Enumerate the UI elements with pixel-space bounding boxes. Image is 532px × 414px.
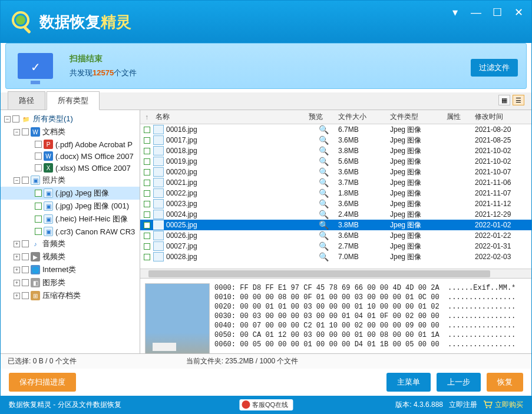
file-row[interactable]: 00025.jpg🔍3.8MBJpeg 图像2022-01-02 (140, 220, 531, 230)
row-checkbox[interactable] (140, 137, 153, 144)
col-size[interactable]: 文件大小 (338, 112, 390, 122)
file-row[interactable]: 00024.jpg🔍2.4MBJpeg 图像2021-12-29 (140, 209, 531, 220)
checkbox[interactable] (22, 177, 29, 184)
tree-graphic[interactable]: + ◧ 图形类 (1, 276, 140, 289)
row-checkbox[interactable] (140, 254, 153, 260)
checkbox[interactable] (22, 240, 29, 247)
row-checkbox[interactable] (140, 190, 153, 197)
preview-icon[interactable]: 🔍 (309, 220, 338, 230)
row-checkbox[interactable] (140, 211, 153, 218)
preview-icon[interactable]: 🔍 (309, 241, 338, 251)
tree-archive[interactable]: + ⊞ 压缩存档类 (1, 289, 140, 302)
preview-icon[interactable]: 🔍 (309, 210, 338, 219)
file-row[interactable]: 00026.jpg🔍3.6MBJpeg 图像2022-01-22 (140, 230, 531, 241)
file-row[interactable]: 00018.jpg🔍3.8MBJpeg 图像2021-10-02 (140, 145, 531, 156)
tree-jpg[interactable]: ▣ (.jpg) Jpeg 图像 (1, 187, 140, 200)
row-checkbox[interactable] (140, 233, 153, 239)
checkbox[interactable] (12, 115, 19, 122)
checkbox[interactable] (35, 228, 42, 235)
expand-icon[interactable]: + (14, 293, 20, 299)
file-row[interactable]: 00016.jpg🔍6.7MBJpeg 图像2021-08-20 (140, 124, 531, 135)
preview-icon[interactable]: 🔍 (309, 146, 338, 155)
grid-view-button[interactable]: ▦ (498, 95, 510, 105)
checkbox[interactable] (35, 190, 42, 197)
tree-images[interactable]: − ▣ 照片类 (1, 174, 140, 187)
checkbox[interactable] (22, 266, 29, 273)
preview-icon[interactable]: 🔍 (309, 188, 338, 198)
tree-pdf[interactable]: P (.pdf) Adobe Acrobat P (1, 138, 140, 150)
collapse-icon[interactable]: − (4, 116, 11, 122)
horizontal-scrollbar[interactable] (140, 269, 531, 278)
tab-alltypes[interactable]: 所有类型 (47, 91, 100, 110)
preview-icon[interactable]: 🔍 (309, 135, 338, 145)
col-type[interactable]: 文件类型 (390, 112, 447, 122)
dropdown-icon[interactable]: ▾ (449, 6, 461, 18)
collapse-icon[interactable]: − (14, 177, 20, 184)
tree-documents[interactable]: − W 文档类 (1, 125, 140, 138)
preview-icon[interactable]: 🔍 (309, 252, 338, 261)
row-checkbox[interactable] (140, 169, 153, 175)
row-checkbox[interactable] (140, 148, 153, 154)
mainmenu-button[interactable]: 主菜单 (386, 373, 431, 392)
expand-icon[interactable]: + (14, 241, 20, 247)
recover-button[interactable]: 恢复 (487, 373, 523, 392)
file-row[interactable]: 00020.jpg🔍3.6MBJpeg 图像2021-10-07 (140, 167, 531, 177)
tree-docx[interactable]: W (.docx) MS Office 2007 (1, 150, 140, 162)
tree-xlsx[interactable]: X (.xlsx) MS Office 2007 (1, 162, 140, 174)
scrollbar-thumb[interactable] (148, 270, 490, 277)
preview-icon[interactable]: 🔍 (309, 231, 338, 240)
tree-video[interactable]: + ▶ 视频类 (1, 250, 140, 263)
checkbox[interactable] (35, 141, 42, 148)
checkbox[interactable] (22, 279, 29, 286)
checkbox[interactable] (35, 153, 42, 160)
tree-heic[interactable]: ▣ (.heic) Heif-Heic 图像 (1, 213, 140, 226)
preview-icon[interactable]: 🔍 (309, 125, 338, 134)
row-checkbox[interactable] (140, 127, 153, 133)
preview-icon[interactable]: 🔍 (309, 157, 338, 166)
register-link[interactable]: 立即注册 (449, 400, 477, 410)
row-checkbox[interactable] (140, 158, 153, 165)
row-checkbox[interactable] (140, 222, 153, 228)
expand-icon[interactable]: + (14, 280, 20, 286)
collapse-icon[interactable]: − (14, 129, 20, 135)
tree-internet[interactable]: + 🌐 Internet类 (1, 263, 140, 276)
tab-path[interactable]: 路径 (8, 91, 45, 110)
row-checkbox[interactable] (140, 243, 153, 250)
tree-root[interactable]: − 📁 所有类型(1) (1, 112, 140, 125)
file-row[interactable]: 00028.jpg🔍7.0MBJpeg 图像2022-02-03 (140, 251, 531, 262)
checkbox[interactable] (22, 253, 29, 260)
file-row[interactable]: 00019.jpg🔍5.6MBJpeg 图像2021-10-02 (140, 156, 531, 167)
file-row[interactable]: 00017.jpg🔍3.6MBJpeg 图像2021-08-25 (140, 135, 531, 145)
filter-files-button[interactable]: 过滤文件 (471, 59, 518, 77)
tree-jpg001[interactable]: ▣ (.jpg) Jpeg 图像 (001) (1, 200, 140, 213)
preview-icon[interactable]: 🔍 (309, 167, 338, 177)
previous-button[interactable]: 上一步 (437, 373, 481, 392)
preview-icon[interactable]: 🔍 (309, 199, 338, 208)
file-list[interactable]: 00016.jpg🔍6.7MBJpeg 图像2021-08-2000017.jp… (140, 124, 531, 269)
maximize-button[interactable]: ☐ (491, 6, 503, 18)
row-checkbox[interactable] (140, 180, 153, 186)
file-row[interactable]: 00022.jpg🔍1.8MBJpeg 图像2021-11-07 (140, 188, 531, 198)
save-scan-button[interactable]: 保存扫描进度 (9, 373, 76, 392)
col-name[interactable]: 名称 (153, 112, 309, 122)
file-row[interactable]: 00021.jpg🔍3.7MBJpeg 图像2021-11-06 (140, 177, 531, 188)
checkbox[interactable] (35, 164, 42, 171)
checkbox[interactable] (22, 292, 29, 299)
minimize-button[interactable]: — (470, 6, 482, 18)
file-row[interactable]: 00027.jpg🔍2.7MBJpeg 图像2022-01-31 (140, 241, 531, 251)
preview-icon[interactable]: 🔍 (309, 178, 338, 187)
row-checkbox[interactable] (140, 201, 153, 207)
tree-audio[interactable]: + ♪ 音频类 (1, 237, 140, 250)
col-date[interactable]: 修改时间 (475, 112, 531, 122)
list-view-button[interactable]: ☰ (513, 95, 524, 105)
checkbox[interactable] (35, 216, 42, 223)
sort-arrow-icon[interactable]: ↑ (140, 113, 153, 121)
col-attr[interactable]: 属性 (447, 112, 475, 122)
col-preview[interactable]: 预览 (309, 112, 338, 122)
checkbox[interactable] (22, 128, 29, 135)
checkbox[interactable] (35, 203, 42, 210)
close-button[interactable]: ✕ (513, 6, 524, 18)
tree-cr3[interactable]: ▣ (.cr3) Canon RAW CR3 (1, 226, 140, 237)
file-row[interactable]: 00023.jpg🔍3.6MBJpeg 图像2021-11-12 (140, 198, 531, 209)
buy-link[interactable]: 立即购买 (483, 400, 523, 410)
